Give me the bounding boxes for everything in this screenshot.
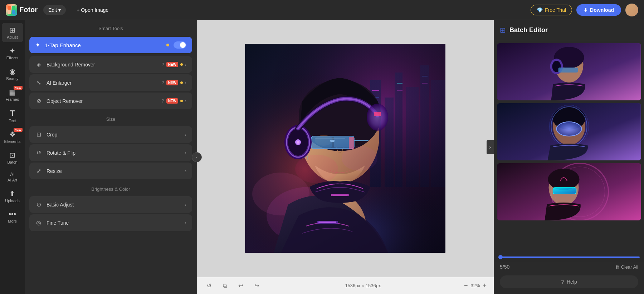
sidebar-item-ai-art[interactable]: AI AI Art — [2, 169, 23, 185]
topbar: Fotor Edit ▾ + Open Image 💎 Free Trial ⬇… — [0, 0, 644, 20]
background-remover-icon: ◈ — [35, 61, 42, 68]
canvas-image-size: 1536px × 1536px — [345, 283, 381, 288]
tool-basic-adjust[interactable]: ⊙ Basic Adjust › — [29, 196, 192, 213]
canvas-content[interactable] — [197, 20, 494, 277]
redo-right-button[interactable]: ↪ — [252, 281, 262, 290]
sidebar-item-beauty[interactable]: ◉ Beauty — [2, 64, 23, 84]
svg-rect-12 — [420, 65, 429, 187]
svg-point-67 — [548, 169, 580, 190]
enlarger-new-tag: NEW — [166, 80, 178, 85]
icon-bar: ⊞ Adjust ✦ Effects ◉ Beauty NEW ▦ Frames… — [0, 20, 25, 294]
help-icon: ? — [161, 98, 164, 104]
enlarger-arrow-icon: › — [185, 80, 186, 85]
collapse-panel-button[interactable]: ‹ — [192, 152, 202, 162]
resize-icon: ⤢ — [35, 168, 42, 174]
tool-rotate-flip[interactable]: ↺ Rotate & Flip › — [29, 144, 192, 161]
zoom-controls: − 32% + — [464, 282, 487, 289]
expand-panel-button[interactable]: › — [487, 140, 494, 154]
adjust-icon: ⊞ — [9, 26, 15, 34]
right-panel: ⊞ Batch Editor › — [494, 20, 644, 294]
crop-icon: ⊡ — [35, 131, 42, 138]
size-label: Size — [25, 111, 196, 125]
tool-resize[interactable]: ⤢ Resize › — [29, 163, 192, 179]
beauty-icon: ◉ — [9, 67, 15, 76]
svg-rect-10 — [395, 73, 402, 187]
brightness-color-label: Brightness & Color — [25, 181, 196, 195]
svg-rect-11 — [406, 87, 419, 187]
enhance-label: 1-Tap Enhance — [45, 42, 162, 48]
batch-slider-track[interactable] — [498, 256, 640, 258]
free-trial-button[interactable]: 💎 Free Trial — [531, 5, 572, 15]
canvas-controls-left: ↺ ⧉ ↩ ↪ — [204, 281, 262, 290]
canvas-bottom-bar: ↺ ⧉ ↩ ↪ 1536px × 1536px − 32% + — [197, 277, 494, 294]
enhance-toggle[interactable] — [174, 41, 186, 49]
obj-arrow-icon: › — [185, 99, 186, 104]
undo-button[interactable]: ↺ — [204, 281, 214, 290]
tools-panel: Smart Tools ✦ 1-Tap Enhance ◈ Background… — [25, 20, 197, 294]
open-image-button[interactable]: + Open Image — [72, 5, 113, 15]
batch-image-item[interactable] — [497, 43, 641, 100]
bg-dot — [180, 63, 183, 66]
sidebar-item-elements[interactable]: NEW ❖ Elements — [2, 127, 23, 146]
uploads-icon: ⬆ — [9, 189, 15, 198]
resize-arrow-icon: › — [185, 169, 186, 174]
bg-new-tag: NEW — [166, 62, 178, 67]
batch-editor-header: ⊞ Batch Editor — [494, 20, 644, 40]
rotate-arrow-icon: › — [185, 150, 186, 155]
svg-rect-36 — [330, 140, 335, 142]
sidebar-item-batch[interactable]: ⊡ Batch — [2, 148, 23, 167]
main-image — [245, 44, 445, 253]
fine-tune-arrow-icon: › — [185, 220, 186, 225]
tool-ai-enlarger[interactable]: ⤡ AI Enlarger ? NEW › — [29, 74, 192, 91]
svg-point-49 — [342, 146, 377, 171]
redo-left-button[interactable]: ↩ — [235, 281, 246, 290]
zoom-level: 32% — [470, 283, 480, 288]
sidebar-item-frames[interactable]: NEW ▦ Frames — [2, 85, 23, 104]
smart-tools-label: Smart Tools — [25, 20, 196, 34]
svg-rect-55 — [558, 68, 578, 73]
enhance-icon: ✦ — [35, 41, 40, 49]
copy-button[interactable]: ⧉ — [220, 281, 230, 290]
tool-object-remover[interactable]: ⊘ Object Remover ? NEW › — [29, 93, 192, 109]
batch-slider-thumb[interactable] — [498, 255, 503, 259]
help-circle-icon: ? — [561, 279, 564, 285]
download-button[interactable]: ⬇ Download — [576, 4, 621, 16]
sidebar-item-effects[interactable]: ✦ Effects — [2, 44, 23, 63]
tool-background-remover[interactable]: ◈ Background Remover ? NEW › — [29, 56, 192, 73]
batch-image-item[interactable] — [497, 163, 641, 220]
svg-rect-0 — [8, 6, 11, 10]
svg-point-48 — [295, 155, 338, 183]
zoom-out-button[interactable]: − — [464, 282, 468, 289]
clear-all-button[interactable]: 🗑 Clear All — [615, 264, 638, 270]
help-icon: ? — [161, 62, 164, 67]
sidebar-item-text[interactable]: T Text — [2, 106, 23, 126]
basic-adjust-icon: ⊙ — [35, 201, 42, 208]
batch-image-item[interactable] — [497, 103, 641, 160]
svg-rect-3 — [12, 10, 15, 14]
sidebar-item-more[interactable]: ••• More — [2, 207, 23, 226]
svg-rect-68 — [553, 188, 576, 194]
edit-button[interactable]: Edit ▾ — [43, 5, 66, 15]
svg-rect-13 — [431, 80, 445, 187]
text-icon: T — [10, 109, 15, 118]
one-tap-enhance-row[interactable]: ✦ 1-Tap Enhance — [29, 37, 192, 53]
avatar[interactable] — [625, 4, 638, 16]
help-icon: ? — [161, 80, 164, 85]
tool-fine-tune[interactable]: ◎ Fine Tune › — [29, 214, 192, 231]
basic-adjust-arrow-icon: › — [185, 202, 186, 207]
object-remover-icon: ⊘ — [35, 98, 42, 104]
ai-enlarger-icon: ⤡ — [35, 79, 42, 86]
canvas-area: ↺ ⧉ ↩ ↪ 1536px × 1536px − 32% + — [197, 20, 494, 294]
effects-icon: ✦ — [9, 46, 15, 55]
tool-crop[interactable]: ⊡ Crop › — [29, 126, 192, 143]
fine-tune-icon: ◎ — [35, 219, 42, 226]
zoom-in-button[interactable]: + — [483, 282, 487, 289]
obj-new-tag: NEW — [166, 98, 178, 104]
sidebar-item-adjust[interactable]: ⊞ Adjust — [2, 23, 23, 42]
main-layout: ⊞ Adjust ✦ Effects ◉ Beauty NEW ▦ Frames… — [0, 20, 644, 294]
app-logo[interactable]: Fotor — [6, 4, 38, 16]
svg-rect-25 — [318, 221, 336, 223]
download-icon: ⬇ — [584, 7, 588, 13]
sidebar-item-uploads[interactable]: ⬆ Uploads — [2, 186, 23, 206]
help-button[interactable]: ? Help — [500, 275, 638, 288]
